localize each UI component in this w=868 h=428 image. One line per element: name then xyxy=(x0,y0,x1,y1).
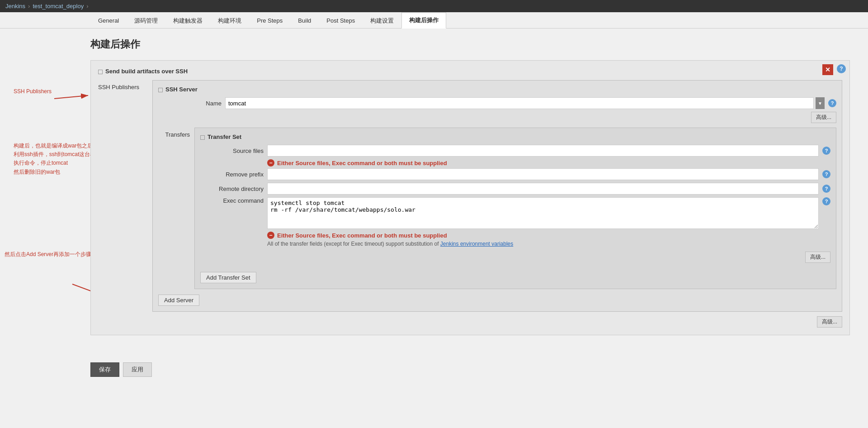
tab-trigger[interactable]: 构建触发器 xyxy=(165,13,210,29)
breadcrumb-jenkins[interactable]: Jenkins xyxy=(5,3,25,10)
exec-command-row: Exec command systemctl stop tomcat rm -r… xyxy=(200,197,830,229)
section-header: Send build artifacts over SSH xyxy=(98,68,842,75)
source-files-input[interactable] xyxy=(267,145,819,157)
source-files-label: Source files xyxy=(200,147,264,154)
error-message-1: − Either Source files, Exec command or b… xyxy=(267,159,830,166)
breadcrumb: Jenkins › test_tomcat_deploy › xyxy=(0,0,868,12)
remote-directory-help[interactable]: ? xyxy=(822,185,830,193)
add-server-button[interactable]: Add Server xyxy=(158,295,199,306)
transfers-layout: Transfers Transfer Set Source files ? xyxy=(158,128,836,289)
name-select[interactable]: tomcat xyxy=(225,97,814,109)
section-help-icon[interactable]: ? xyxy=(837,64,846,73)
annotation-ssh-publishers: SSH Publishers xyxy=(14,87,52,96)
jenkins-env-link[interactable]: Jenkins environment variables xyxy=(440,241,513,247)
breadcrumb-sep2: › xyxy=(86,3,88,10)
remove-prefix-input[interactable] xyxy=(267,168,819,180)
transfer-set-advanced-row: 高级... xyxy=(200,252,830,263)
advanced-button-top[interactable]: 高级... xyxy=(811,112,836,123)
source-files-row: Source files ? xyxy=(200,145,830,157)
tab-bar: General 源码管理 构建触发器 构建环境 Pre Steps Build … xyxy=(0,12,868,29)
name-label: Name xyxy=(158,100,222,107)
source-files-help[interactable]: ? xyxy=(822,147,830,155)
error-icon-2: − xyxy=(267,232,274,239)
save-button[interactable]: 保存 xyxy=(90,362,119,377)
ssh-server-box: SSH Server Name tomcat ▼ ? xyxy=(152,80,842,312)
remove-prefix-row: Remove prefix ? xyxy=(200,168,830,180)
transfer-set-header: Transfer Set xyxy=(200,133,830,140)
advanced-row-top: 高级... xyxy=(158,112,836,123)
tab-poststeps[interactable]: Post Steps xyxy=(319,13,363,28)
remove-prefix-label: Remove prefix xyxy=(200,171,264,178)
tab-presteps[interactable]: Pre Steps xyxy=(249,13,290,28)
error-icon-1: − xyxy=(267,159,274,166)
tab-general[interactable]: General xyxy=(90,13,127,28)
ssh-publishers-layout: SSH Publishers SSH Server Name tomcat ▼ xyxy=(98,80,842,312)
breadcrumb-project[interactable]: test_tomcat_deploy xyxy=(33,3,84,10)
error-message-2: − Either Source files, Exec command or b… xyxy=(267,232,830,239)
transfer-set-advanced-button[interactable]: 高级... xyxy=(805,252,830,263)
tab-env[interactable]: 构建环境 xyxy=(210,13,249,29)
add-transfer-set-button[interactable]: Add Transfer Set xyxy=(200,272,256,283)
name-help-icon[interactable]: ? xyxy=(828,99,836,107)
transfer-set-box: Transfer Set Source files ? − Either Sou… xyxy=(194,128,836,289)
select-arrow-icon: ▼ xyxy=(816,97,825,109)
tab-source[interactable]: 源码管理 xyxy=(127,13,165,29)
remote-directory-label: Remote directory xyxy=(200,185,264,192)
page-title: 构建后操作 xyxy=(90,38,850,51)
svg-line-1 xyxy=(54,95,88,99)
bottom-advanced-row: 高级... xyxy=(98,316,842,328)
action-buttons: 保存 应用 xyxy=(0,353,868,386)
remote-directory-row: Remote directory ? xyxy=(200,183,830,195)
exec-command-help[interactable]: ? xyxy=(822,197,830,205)
annotation-text2: 然后点击Add Server再添加一个步骤 xyxy=(5,250,91,259)
remove-prefix-help[interactable]: ? xyxy=(822,170,830,178)
bottom-advanced-button[interactable]: 高级... xyxy=(817,316,842,328)
apply-button[interactable]: 应用 xyxy=(123,362,152,377)
ssh-server-header: SSH Server xyxy=(158,86,836,93)
send-artifacts-section: Send build artifacts over SSH ✕ ? SSH Pu… xyxy=(90,60,850,335)
name-row: Name tomcat ▼ ? xyxy=(158,97,836,109)
info-text: All of the transfer fields (except for E… xyxy=(267,241,830,247)
remote-directory-input[interactable] xyxy=(267,183,819,195)
name-select-wrapper: tomcat ▼ xyxy=(225,97,825,109)
tab-build-settings[interactable]: 构建设置 xyxy=(363,13,401,29)
breadcrumb-sep1: › xyxy=(28,3,30,10)
transfers-label: Transfers xyxy=(158,128,194,289)
exec-command-label: Exec command xyxy=(200,197,264,204)
tab-build[interactable]: Build xyxy=(290,13,319,28)
tab-post-build[interactable]: 构建后操作 xyxy=(401,12,446,29)
ssh-publishers-label: SSH Publishers xyxy=(98,80,152,312)
exec-command-textarea[interactable]: systemctl stop tomcat rm -rf /var/share/… xyxy=(267,197,819,229)
remove-section-button[interactable]: ✕ xyxy=(822,64,833,75)
